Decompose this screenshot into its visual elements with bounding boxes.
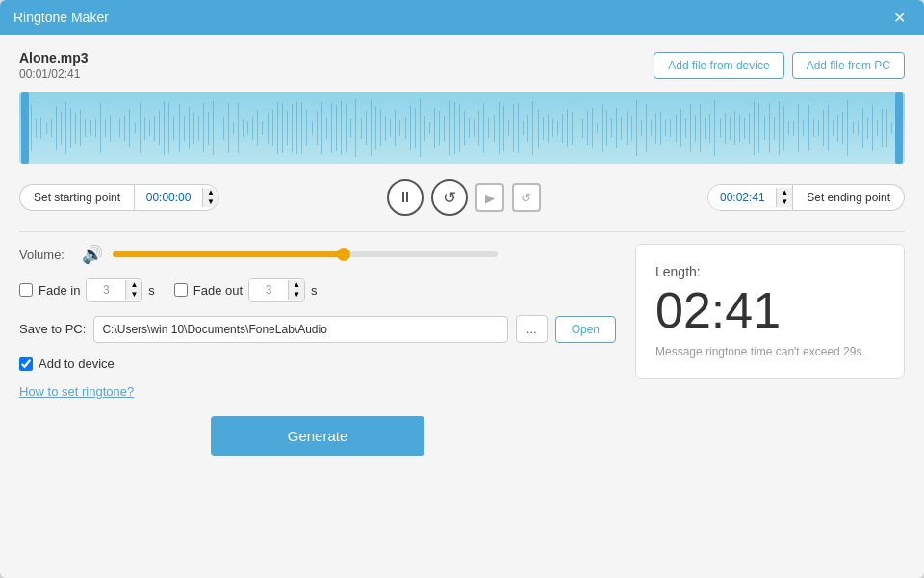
waveform-handle-right[interactable] [895,92,903,164]
fade-out-down[interactable]: ▼ [289,290,304,300]
window-title: Ringtone Maker [13,10,109,25]
volume-row: Volume: 🔊 [19,244,616,265]
fade-out-label: Fade out [193,283,243,298]
pause-button[interactable]: ⏸ [387,179,424,216]
add-file-device-button[interactable]: Add file from device [654,52,783,79]
set-start-button[interactable]: Set starting point [19,184,134,211]
bottom-section: Volume: 🔊 Fade in [19,244,905,563]
file-time: 00:01/02:41 [19,67,89,81]
fade-in-value[interactable] [87,279,125,301]
length-value: 02:41 [655,285,781,335]
fade-in-group: Fade in ▲ ▼ s [19,278,155,302]
fade-in-unit: s [148,283,155,298]
add-device-checkbox[interactable] [19,357,33,371]
start-time-group: ▲ ▼ [134,184,219,211]
save-row: Save to PC: ... Open [19,315,616,343]
close-button[interactable]: ✕ [887,6,911,29]
generate-row: Generate [19,416,616,456]
add-device-label: Add to device [38,356,115,371]
length-warning: Message ringtone time can't exceed 29s. [655,345,865,358]
file-name: Alone.mp3 [19,50,89,66]
title-bar: Ringtone Maker ✕ [0,0,924,35]
end-time-group: ▲ ▼ [707,184,793,211]
add-file-pc-button[interactable]: Add file from PC [792,52,905,79]
left-panel: Volume: 🔊 Fade in [19,244,616,563]
volume-knob[interactable] [337,248,350,261]
browse-button[interactable]: ... [516,315,548,343]
end-time-spinner[interactable]: ▲ ▼ [776,188,792,207]
open-button[interactable]: Open [555,316,616,343]
waveform-handle-left[interactable] [21,92,29,164]
replay-button[interactable]: ↺ [431,179,468,216]
add-device-row: Add to device [19,356,616,371]
set-end-button[interactable]: Set ending point [793,184,905,211]
file-buttons: Add file from device Add file from PC [654,52,905,79]
fade-out-checkbox[interactable] [174,283,188,297]
file-info: Alone.mp3 00:01/02:41 [19,50,89,81]
controls-row: Set starting point ▲ ▼ ⏸ ↺ ▶ ↺ [19,175,905,220]
fade-out-spinner[interactable]: ▲ ▼ [288,280,304,300]
end-time-input[interactable] [708,185,776,210]
playback-controls: ⏸ ↺ ▶ ↺ [387,179,541,216]
start-time-up[interactable]: ▲ [203,188,218,197]
fade-in-up[interactable]: ▲ [126,280,141,290]
save-label: Save to PC: [19,322,86,336]
waveform-container[interactable] [19,92,905,164]
app-window: Ringtone Maker ✕ Alone.mp3 00:01/02:41 A… [0,0,924,578]
waveform-display [19,92,905,164]
length-panel: Length: 02:41 Message ringtone time can'… [635,244,905,379]
file-header: Alone.mp3 00:01/02:41 Add file from devi… [19,50,905,81]
fade-out-value[interactable] [249,279,288,301]
start-group: Set starting point ▲ ▼ [19,184,219,211]
replay-clip-button[interactable]: ↺ [512,183,541,212]
fade-out-group: Fade out ▲ ▼ s [174,278,318,302]
end-group: ▲ ▼ Set ending point [707,184,905,211]
start-time-spinner[interactable]: ▲ ▼ [202,188,218,207]
fade-out-input-group: ▲ ▼ [248,278,305,302]
volume-fill [113,251,344,257]
volume-label: Volume: [19,248,72,262]
how-to-link[interactable]: How to set ringtone? [19,384,616,399]
play-button[interactable]: ▶ [475,183,504,212]
end-time-down[interactable]: ▼ [777,197,792,207]
length-label: Length: [655,264,701,279]
end-time-up[interactable]: ▲ [777,188,792,197]
divider [19,231,905,232]
fade-in-input-group: ▲ ▼ [86,278,142,302]
fade-in-checkbox[interactable] [19,283,33,297]
start-time-input[interactable] [135,185,202,210]
fade-out-unit: s [311,283,318,298]
fade-in-label: Fade in [38,283,80,298]
volume-slider[interactable] [113,251,498,257]
fade-row: Fade in ▲ ▼ s Fade out [19,278,616,302]
main-content: Alone.mp3 00:01/02:41 Add file from devi… [0,35,924,578]
fade-out-up[interactable]: ▲ [289,280,304,290]
generate-button[interactable]: Generate [211,416,425,456]
volume-icon: 🔊 [82,244,103,265]
fade-in-down[interactable]: ▼ [126,290,141,300]
fade-in-spinner[interactable]: ▲ ▼ [125,280,141,300]
start-time-down[interactable]: ▼ [203,197,218,207]
save-path-input[interactable] [93,316,507,343]
